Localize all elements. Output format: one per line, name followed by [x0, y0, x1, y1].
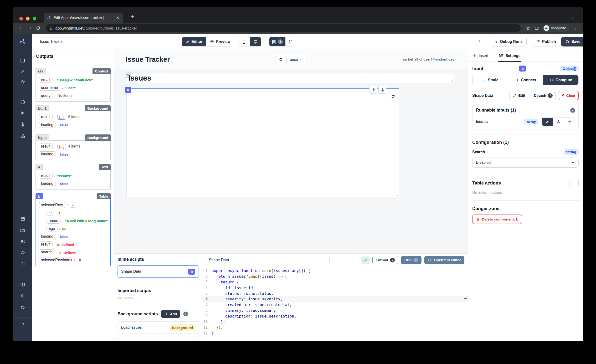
desktop-view-button[interactable]	[250, 37, 261, 46]
output-card-b[interactable]: bTableselectedRow:-id:1name:"A cell with…	[36, 199, 111, 266]
code-line[interactable]: 1export async function main(issues: any[…	[202, 268, 468, 274]
output-key[interactable]: result	[39, 173, 53, 178]
code-line[interactable]: 2 return issues?.map((issue) => {	[202, 274, 468, 279]
close-window-light[interactable]	[19, 17, 23, 21]
code-line[interactable]: 4 id: issue.id,	[202, 285, 468, 290]
inline-script-item[interactable]: Shape Data b	[118, 265, 199, 278]
connect-output-icon-button[interactable]	[564, 118, 575, 126]
output-entry[interactable]: result:undefined	[39, 241, 108, 247]
code-line[interactable]: 9 description: issue.description,	[202, 313, 468, 319]
output-key[interactable]: loading	[39, 181, 56, 186]
traffic-lights[interactable]	[19, 17, 36, 21]
refresh-mode-dropdown[interactable]: once	[286, 55, 307, 64]
output-entry[interactable]: selectedRowIndex:0	[39, 257, 108, 263]
compute-mode-button[interactable]: Compute	[543, 75, 578, 85]
output-entry[interactable]: id:1	[39, 210, 108, 216]
output-key[interactable]: loading	[39, 151, 56, 157]
output-entry[interactable]: result:[...]8 items ,	[39, 114, 108, 120]
static-edit-icon-button[interactable]	[542, 118, 553, 126]
output-entry[interactable]: selectedRow:-	[39, 202, 108, 208]
output-entry[interactable]: email:"user@windmill.dev"	[39, 77, 108, 83]
format-button[interactable]: Formati	[372, 256, 398, 264]
output-key[interactable]: email	[39, 77, 52, 83]
maximize-window-light[interactable]	[33, 17, 36, 21]
star-icon[interactable]	[13, 80, 32, 84]
output-card-id[interactable]: bg_1	[36, 105, 49, 111]
user-icon[interactable]	[13, 69, 32, 74]
schedules-calendar-icon[interactable]	[13, 216, 32, 222]
github-icon[interactable]	[13, 305, 32, 310]
resize-handle-icon[interactable]	[395, 193, 398, 196]
docs-book-icon[interactable]	[13, 282, 32, 287]
output-key[interactable]: loading	[39, 234, 56, 239]
search-mode-select[interactable]: Disabled	[472, 157, 579, 168]
anchor-component-button[interactable]	[378, 86, 386, 94]
app-window-icon[interactable]	[13, 58, 32, 63]
output-key[interactable]: query	[39, 93, 53, 98]
table-component-b[interactable]	[127, 89, 399, 197]
output-entry[interactable]: loading:false	[39, 181, 108, 186]
output-key[interactable]: username	[39, 85, 60, 91]
more-options-kebab-icon[interactable]	[477, 39, 482, 44]
output-key[interactable]: name	[46, 218, 60, 223]
home-icon[interactable]	[13, 99, 32, 104]
discord-icon[interactable]	[13, 293, 32, 299]
delete-component-button[interactable]: Delete component: b	[472, 215, 522, 224]
background-script-item-partial[interactable]	[118, 337, 199, 341]
tab-insert[interactable]: Insert	[472, 50, 488, 61]
forward-icon[interactable]	[26, 26, 33, 30]
edit-script-button[interactable]: Edit	[509, 91, 528, 100]
clear-script-button[interactable]: ✕Clear	[558, 91, 579, 100]
output-card-a[interactable]: aTextresult:"Issues"loading:false	[36, 170, 111, 190]
refresh-button[interactable]	[275, 55, 286, 64]
fullscreen-button[interactable]	[285, 37, 296, 46]
add-table-action-button[interactable]	[570, 179, 579, 187]
mobile-view-button[interactable]	[238, 37, 250, 46]
output-value[interactable]: [...]	[57, 115, 67, 120]
output-entry[interactable]: result:[...]4 items ,	[39, 143, 108, 149]
publish-button[interactable]: Publish	[532, 37, 560, 46]
output-key[interactable]: loading	[39, 122, 56, 128]
run-button[interactable]: Runi	[401, 256, 422, 264]
script-name-input[interactable]	[206, 256, 330, 264]
code-line[interactable]: 8 summary: issue.summary,	[202, 308, 468, 313]
jobs-counter-button[interactable]: |0|i	[269, 37, 285, 46]
code-line[interactable]: 11 });	[202, 325, 468, 330]
dollar-icon[interactable]	[13, 122, 32, 127]
output-value[interactable]: -	[70, 203, 75, 208]
back-icon[interactable]	[18, 26, 24, 30]
reload-icon[interactable]	[35, 26, 41, 30]
output-key[interactable]: id	[46, 210, 54, 216]
browser-tab[interactable]: Edit App u/user/issue-tracker | ✕	[44, 13, 123, 23]
browser-menu-kebab-icon[interactable]	[572, 26, 578, 30]
output-entry[interactable]: name:"A cell with a long name"	[39, 218, 108, 223]
output-card-bg_1[interactable]: bg_1Backgroundresult:[...]8 items ,loadi…	[36, 111, 111, 131]
output-entry[interactable]: query:No items	[39, 93, 108, 98]
move-component-button[interactable]	[369, 86, 377, 94]
component-refresh-button[interactable]	[389, 92, 397, 101]
output-card-id[interactable]: bg_0	[36, 134, 49, 141]
preview-mode-button[interactable]: Preview	[206, 37, 234, 46]
resize-handle-icon[interactable]	[450, 79, 453, 82]
output-key[interactable]: search	[39, 249, 55, 255]
static-mode-button[interactable]: Static	[472, 75, 508, 85]
add-background-script-button[interactable]: Add	[161, 310, 180, 318]
output-key[interactable]: result	[39, 143, 53, 149]
component-b-tab[interactable]: b	[125, 87, 131, 93]
folders-icon[interactable]	[13, 228, 32, 233]
detach-script-button[interactable]: Detachi	[531, 91, 556, 100]
groups-icon[interactable]	[13, 239, 32, 244]
output-value[interactable]: [...]	[57, 144, 67, 149]
output-key[interactable]: age	[46, 226, 58, 231]
output-entry[interactable]: result:"Issues"	[39, 173, 108, 178]
robot-icon[interactable]	[13, 261, 32, 266]
output-entry[interactable]: username:"user"	[39, 85, 108, 91]
output-key[interactable]: selectedRow	[39, 202, 65, 208]
resources-cubes-icon[interactable]	[13, 133, 32, 139]
app-canvas[interactable]: a Issues b	[114, 69, 468, 253]
output-key[interactable]: result	[39, 241, 53, 247]
bookmark-star-icon[interactable]	[525, 26, 531, 30]
code-line[interactable]: 10 };	[202, 319, 468, 325]
output-entry[interactable]: age:42	[39, 226, 108, 231]
code-line[interactable]: 6 severity: issue.severity,	[202, 296, 468, 302]
